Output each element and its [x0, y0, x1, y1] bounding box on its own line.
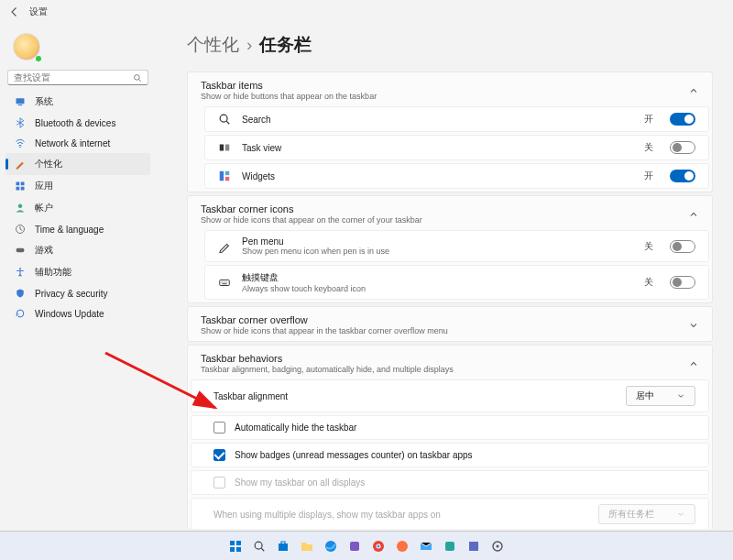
checkbox-all-displays [213, 477, 225, 489]
chevron-down-icon [676, 391, 685, 401]
back-button[interactable] [9, 6, 20, 17]
nav-label: 游戏 [35, 244, 53, 257]
toggle-state: 关 [644, 141, 653, 154]
group-desc: Show or hide icons that appear on the co… [201, 215, 422, 225]
taskbar-explorer-icon[interactable] [297, 536, 317, 556]
taskbar-store-icon[interactable] [273, 536, 293, 556]
check-label: Show badges (unread messages counter) on… [235, 450, 473, 460]
taskbar-edge-icon[interactable] [321, 536, 341, 556]
nav-privacy[interactable]: Privacy & security [5, 283, 150, 303]
row-title: 触摸键盘 [242, 271, 633, 284]
svg-rect-26 [350, 542, 359, 551]
row-show-badges[interactable]: Show badges (unread messages counter) on… [191, 443, 709, 467]
toggle-widgets[interactable] [670, 170, 695, 182]
keyboard-icon [218, 276, 231, 289]
taskbar-app4-icon[interactable] [464, 536, 484, 556]
group-title: Taskbar behaviors [201, 353, 454, 364]
svg-point-8 [18, 204, 23, 209]
group-desc: Show or hide buttons that appear on the … [201, 92, 377, 101]
taskbar-search-icon[interactable] [249, 536, 269, 556]
group-desc: Taskbar alignment, badging, automaticall… [201, 365, 454, 374]
taskbar-settings-icon[interactable] [487, 536, 508, 556]
nav-label: Bluetooth & devices [35, 118, 115, 128]
nav-network[interactable]: Network & internet [5, 133, 150, 153]
row-desc: Always show touch keyboard icon [242, 284, 633, 293]
start-icon[interactable] [225, 536, 246, 556]
toggle-search[interactable] [670, 113, 695, 126]
group-corner-icons: Taskbar corner icons Show or hide icons … [187, 195, 713, 303]
group-header-taskbar-items[interactable]: Taskbar items Show or hide buttons that … [188, 72, 712, 106]
row-multi-display: When using multiple displays, show my ta… [191, 498, 709, 529]
svg-point-3 [19, 147, 21, 148]
search-input[interactable] [14, 72, 133, 82]
row-title: Widgets [242, 171, 633, 181]
group-header-behaviors[interactable]: Taskbar behaviors Taskbar alignment, bad… [188, 346, 712, 379]
nav-bluetooth[interactable]: Bluetooth & devices [5, 113, 150, 133]
nav-label: Windows Update [35, 309, 104, 319]
system-icon [15, 96, 26, 107]
group-desc: Show or hide icons that appear in the ta… [201, 326, 448, 335]
nav-system[interactable]: 系统 [5, 91, 150, 113]
breadcrumb-parent[interactable]: 个性化 [187, 33, 239, 57]
row-taskview[interactable]: Task view 关 [204, 135, 709, 160]
row-auto-hide[interactable]: Automatically hide the taskbar [191, 415, 709, 440]
svg-point-0 [135, 74, 140, 80]
windows-taskbar[interactable] [0, 531, 733, 560]
group-corner-overflow[interactable]: Taskbar corner overflow Show or hide ico… [187, 306, 713, 342]
taskbar-app-icon[interactable] [345, 536, 365, 556]
row-widgets[interactable]: Widgets 开 [204, 163, 709, 189]
svg-point-35 [497, 544, 499, 547]
checkbox-auto-hide[interactable] [213, 422, 225, 434]
svg-rect-1 [16, 98, 25, 104]
toggle-keyboard[interactable] [670, 276, 695, 289]
nav-time-language[interactable]: Time & language [5, 219, 150, 239]
user-profile[interactable] [5, 29, 150, 70]
dropdown-taskbar-alignment[interactable]: 居中 [626, 386, 695, 406]
svg-rect-4 [16, 182, 20, 186]
taskbar-app3-icon[interactable] [440, 536, 460, 556]
group-header-corner-icons[interactable]: Taskbar corner icons Show or hide icons … [188, 196, 712, 230]
taskbar-mail-icon[interactable] [416, 536, 436, 556]
gaming-icon [15, 245, 26, 256]
row-search[interactable]: Search 开 [204, 106, 709, 132]
nav-label: Network & internet [35, 138, 110, 148]
svg-point-12 [220, 115, 227, 122]
bluetooth-icon [15, 117, 26, 128]
chevron-down-icon [688, 320, 699, 331]
nav-accessibility[interactable]: 辅助功能 [5, 261, 150, 283]
svg-rect-10 [16, 248, 25, 253]
pen-icon [218, 240, 231, 253]
check-label: Automatically hide the taskbar [235, 423, 356, 433]
row-touch-keyboard[interactable]: 触摸键盘 Always show touch keyboard icon 关 [204, 265, 709, 300]
toggle-state: 关 [644, 240, 653, 253]
nav-label: 帐户 [35, 202, 53, 214]
toggle-taskview[interactable] [670, 141, 695, 154]
widgets-icon [218, 170, 231, 182]
chevron-up-icon [688, 209, 699, 220]
chevron-down-icon [676, 510, 685, 519]
row-pen-menu[interactable]: Pen menu Show pen menu icon when pen is … [204, 230, 709, 262]
account-icon [15, 203, 26, 214]
nav-accounts[interactable]: 帐户 [5, 197, 150, 219]
apps-icon [15, 181, 26, 192]
svg-rect-21 [236, 541, 241, 545]
taskbar-app2-icon[interactable] [392, 536, 412, 556]
nav-gaming[interactable]: 游戏 [5, 239, 150, 261]
nav-windows-update[interactable]: Windows Update [5, 303, 150, 324]
nav-apps[interactable]: 应用 [5, 175, 150, 197]
breadcrumb: 个性化 › 任务栏 [187, 33, 713, 57]
nav-personalization[interactable]: 个性化 [5, 153, 150, 175]
toggle-pen[interactable] [670, 240, 695, 253]
svg-rect-20 [230, 541, 235, 545]
content-area: 个性化 › 任务栏 Taskbar items Show or hide but… [156, 24, 733, 529]
row-label: Taskbar alignment [213, 391, 288, 401]
checkbox-show-badges[interactable] [213, 449, 225, 461]
svg-rect-33 [469, 542, 478, 551]
svg-rect-16 [225, 171, 229, 175]
nav-label: 应用 [35, 180, 53, 192]
taskbar-chrome-icon[interactable] [368, 536, 388, 556]
row-title: Task view [242, 143, 633, 153]
network-icon [15, 137, 26, 148]
search-box[interactable] [7, 70, 148, 85]
group-taskbar-behaviors: Taskbar behaviors Taskbar alignment, bad… [187, 345, 713, 529]
